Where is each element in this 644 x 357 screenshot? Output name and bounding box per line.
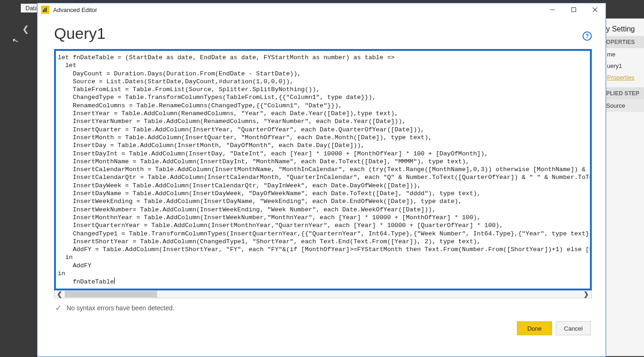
scrollbar-thumb[interactable]	[65, 291, 157, 297]
done-button[interactable]: Done	[517, 321, 552, 335]
mouse-cursor-icon: ↖	[11, 35, 20, 45]
minimize-button[interactable]	[542, 3, 563, 16]
svg-rect-4	[572, 8, 576, 12]
name-value: uery1	[602, 60, 644, 71]
scroll-left-icon[interactable]: ❮	[55, 290, 65, 298]
scrollbar-track[interactable]	[65, 290, 581, 298]
applied-step-source[interactable]: Source	[602, 99, 644, 112]
code-editor[interactable]: let fnDateTable = (StartDate as date, En…	[54, 49, 592, 290]
status-row: ✓ No syntax errors have been detected.	[54, 298, 592, 313]
button-row: Done Cancel	[54, 313, 592, 342]
app-icon	[41, 6, 49, 14]
section-applied-steps: PLIED STEP	[602, 87, 644, 99]
checkmark-icon: ✓	[55, 303, 62, 313]
svg-rect-1	[44, 8, 45, 12]
status-text: No syntax errors have been detected.	[67, 304, 174, 312]
name-label: me	[602, 48, 644, 60]
cancel-button[interactable]: Cancel	[556, 321, 591, 335]
advanced-editor-dialog: Advanced Editor Query1 ? let fnDateTable…	[37, 3, 606, 357]
all-properties-link[interactable]: Properties	[602, 71, 644, 83]
panel-title: y Setting	[602, 18, 644, 36]
titlebar: Advanced Editor	[37, 3, 606, 16]
query-title: Query1	[54, 25, 106, 43]
maximize-icon	[571, 7, 576, 12]
help-icon[interactable]: ?	[583, 31, 592, 41]
horizontal-scrollbar[interactable]: ❮ ❯	[54, 290, 592, 298]
titlebar-text: Advanced Editor	[53, 6, 97, 13]
svg-rect-0	[43, 10, 44, 12]
close-button[interactable]	[584, 3, 606, 16]
modal-body: Query1 ? let fnDateTable = (StartDate as…	[37, 16, 606, 357]
close-icon	[593, 7, 597, 12]
text-cursor	[114, 277, 115, 284]
scroll-right-icon[interactable]: ❯	[581, 290, 591, 298]
chevron-left-icon[interactable]: ❮	[18, 22, 32, 36]
right-settings-panel: y Setting OPERTIES me uery1 Properties P…	[602, 18, 644, 356]
svg-rect-2	[46, 7, 47, 12]
maximize-button[interactable]	[563, 3, 584, 16]
minimize-icon	[550, 7, 555, 12]
code-content[interactable]: let fnDateTable = (StartDate as date, En…	[56, 51, 590, 289]
section-properties: OPERTIES	[602, 36, 644, 48]
